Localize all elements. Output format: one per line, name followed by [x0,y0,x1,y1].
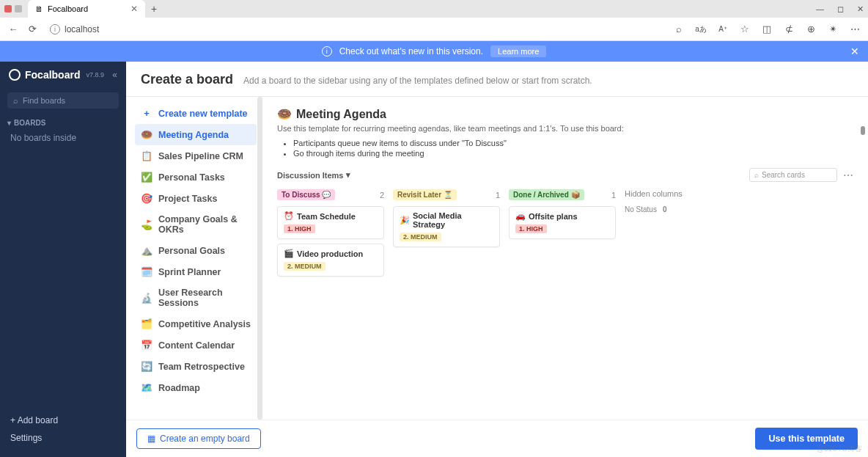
template-icon: 🍩 [141,129,152,140]
template-icon: 📋 [141,150,152,161]
plus-icon: + [141,108,152,119]
template-item[interactable]: ⛰️Personal Goals [135,240,257,261]
kanban-card[interactable]: 🎬Video production 2. MEDIUM [277,244,384,277]
back-icon[interactable]: ← [7,23,19,35]
add-board-button[interactable]: + Add board [10,412,116,429]
minimize-icon[interactable]: — [816,4,824,14]
template-item[interactable]: 🗺️Roadmap [135,377,257,398]
site-info-icon[interactable]: i [50,24,60,34]
browser-tab[interactable]: 🗎 Focalboard ✕ [28,0,145,18]
template-label: Team Retrospective [158,362,245,372]
browser-tabs: 🗎 Focalboard ✕ + [28,0,157,18]
refresh-icon[interactable]: ⟳ [26,23,38,35]
close-window-icon[interactable]: ✕ [857,4,864,14]
template-icon: 🔄 [141,361,152,372]
view-row: Discussion Items ▾ ⌕ Search cards ⋯ [277,168,853,182]
template-label: Content Calendar [158,340,235,351]
no-status-row[interactable]: No Status0 [625,205,732,213]
sidebar-footer: + Add board Settings [0,404,126,457]
card-icon: 🎬 [284,249,294,258]
template-item[interactable]: ✅Personal Tasks [135,167,257,188]
version-text: v7.8.9 [86,71,104,78]
template-icon: 🎯 [141,193,152,204]
kanban-column: To Discuss 💬 2 ⏰Team Schedule 1. HIGH 🎬V… [277,189,384,281]
card-title: Team Schedule [297,212,356,221]
split-icon[interactable]: ◫ [761,23,773,35]
boards-empty-text: No boards inside [0,130,126,146]
kanban-card[interactable]: 🎉Social Media Strategy 2. MEDIUM [393,206,500,247]
card-title: Offsite plans [529,212,578,221]
text-size-icon[interactable]: A⁺ [717,23,729,35]
search-icon: ⌕ [13,96,18,105]
banner-close-icon[interactable]: ✕ [850,45,859,57]
template-item[interactable]: 🔄Team Retrospective [135,356,257,377]
favorites-bar-icon[interactable]: ⊄ [783,23,795,35]
kanban-card[interactable]: 🚗Offsite plans 1. HIGH [509,206,616,239]
more-icon[interactable]: ⋯ [849,23,861,35]
translate-icon[interactable]: aあ [695,23,707,35]
close-tab-icon[interactable]: ✕ [130,4,138,14]
card-icon: 🎉 [400,216,410,225]
sidebar: Focalboard v7.8.9 « ⌕ Find boards ▾ BOAR… [0,62,126,457]
maximize-icon[interactable]: ◻ [837,4,844,14]
column-header: To Discuss 💬 2 [277,189,384,200]
page-subtitle: Add a board to the sidebar using any of … [243,76,592,86]
column-label[interactable]: Done / Archived 📦 [509,189,584,200]
favorite-icon[interactable]: ☆ [739,23,751,35]
kanban-column: Revisit Later ⏳ 1 🎉Social Media Strategy… [393,189,500,281]
logo-text: Focalboard [25,69,80,81]
priority-tag: 1. HIGH [515,224,547,233]
template-item[interactable]: 🍩Meeting Agenda [135,124,257,145]
settings-button[interactable]: Settings [10,429,116,447]
page-icon: 🗎 [35,4,43,13]
info-icon: i [322,46,332,56]
chevron-down-icon: ▾ [346,170,350,180]
profile-icons [4,5,22,12]
template-label: Sales Pipeline CRM [158,151,243,161]
create-empty-board-button[interactable]: ▦ Create an empty board [136,428,261,449]
options-icon[interactable]: ⋯ [843,169,853,181]
template-icon: 🔬 [141,293,152,304]
template-item[interactable]: 📋Sales Pipeline CRM [135,145,257,167]
card-title: Video production [297,249,363,258]
tab-title: Focalboard [48,4,88,13]
template-item[interactable]: ⛳Company Goals & OKRs [135,209,257,240]
main-header: Create a board Add a board to the sideba… [126,62,868,97]
template-icon: 🗓️ [141,266,152,277]
chevron-down-icon: ▾ [7,119,11,127]
new-tab-button[interactable]: + [151,3,157,15]
collapse-sidebar-icon[interactable]: « [112,70,117,80]
priority-tag: 2. MEDIUM [284,262,326,271]
template-icon: ⛳ [141,219,152,230]
announcement-banner: i Check out what's new in this version. … [0,41,868,62]
titlebar: 🗎 Focalboard ✕ + — ◻ ✕ [0,0,868,18]
find-boards-input[interactable]: ⌕ Find boards [7,92,119,109]
view-select[interactable]: Discussion Items ▾ [277,170,350,180]
kanban-card[interactable]: ⏰Team Schedule 1. HIGH [277,206,384,239]
extensions-icon[interactable]: ✴ [827,23,839,35]
template-icon: ✅ [141,172,152,183]
main: Create a board Add a board to the sideba… [126,62,868,457]
template-label: Competitive Analysis [158,319,251,329]
create-template-button[interactable]: + Create new template [135,103,257,124]
learn-more-button[interactable]: Learn more [490,45,546,57]
template-label: Meeting Agenda [158,130,229,140]
template-item[interactable]: 🔬User Research Sessions [135,282,257,313]
address-bar[interactable]: i localhost [45,23,666,36]
template-item[interactable]: 📅Content Calendar [135,334,257,356]
preview-description: Use this template for recurring meeting … [277,124,853,133]
bottom-bar: ▦ Create an empty board Use this templat… [126,420,868,457]
template-item[interactable]: 🗂️Competitive Analysis [135,313,257,334]
banner-text: Check out what's new in this version. [339,46,483,56]
boards-section-header[interactable]: ▾ BOARDS [0,113,126,130]
kanban-column: Done / Archived 📦 1 🚗Offsite plans 1. HI… [509,189,616,281]
column-label[interactable]: Revisit Later ⏳ [393,189,457,200]
template-item[interactable]: 🎯Project Tasks [135,188,257,209]
template-item[interactable]: 🗓️Sprint Planner [135,261,257,282]
collections-icon[interactable]: ⊕ [805,23,817,35]
sidebar-header: Focalboard v7.8.9 « [0,62,126,88]
logo-icon [9,69,21,81]
search-cards-input[interactable]: ⌕ Search cards [749,168,837,182]
search-icon[interactable]: ⌕ [673,23,685,35]
column-label[interactable]: To Discuss 💬 [277,189,335,200]
